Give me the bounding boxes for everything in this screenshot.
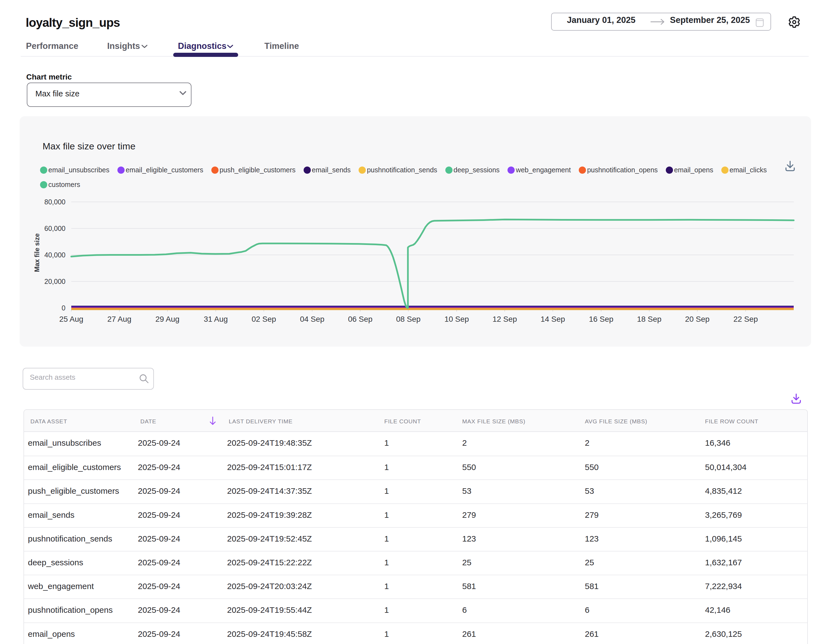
svg-text:20 Sep: 20 Sep (685, 315, 710, 323)
svg-text:80,000: 80,000 (45, 198, 65, 206)
svg-text:18 Sep: 18 Sep (637, 315, 662, 323)
svg-text:Max file size: Max file size (33, 233, 41, 272)
svg-text:22 Sep: 22 Sep (734, 315, 758, 323)
svg-text:04 Sep: 04 Sep (300, 315, 325, 323)
svg-text:20,000: 20,000 (45, 278, 65, 285)
svg-text:14 Sep: 14 Sep (541, 315, 565, 323)
svg-text:27 Aug: 27 Aug (107, 315, 131, 323)
svg-text:25 Aug: 25 Aug (59, 315, 83, 323)
svg-text:60,000: 60,000 (45, 224, 65, 232)
svg-text:16 Sep: 16 Sep (589, 315, 614, 323)
svg-text:02 Sep: 02 Sep (252, 315, 276, 323)
svg-text:0: 0 (62, 304, 65, 312)
svg-text:29 Aug: 29 Aug (155, 315, 179, 323)
svg-text:12 Sep: 12 Sep (493, 315, 517, 323)
svg-text:08 Sep: 08 Sep (396, 315, 421, 323)
svg-text:40,000: 40,000 (45, 251, 65, 259)
svg-text:06 Sep: 06 Sep (348, 315, 373, 323)
svg-text:10 Sep: 10 Sep (444, 315, 469, 323)
svg-text:31 Aug: 31 Aug (204, 315, 228, 323)
